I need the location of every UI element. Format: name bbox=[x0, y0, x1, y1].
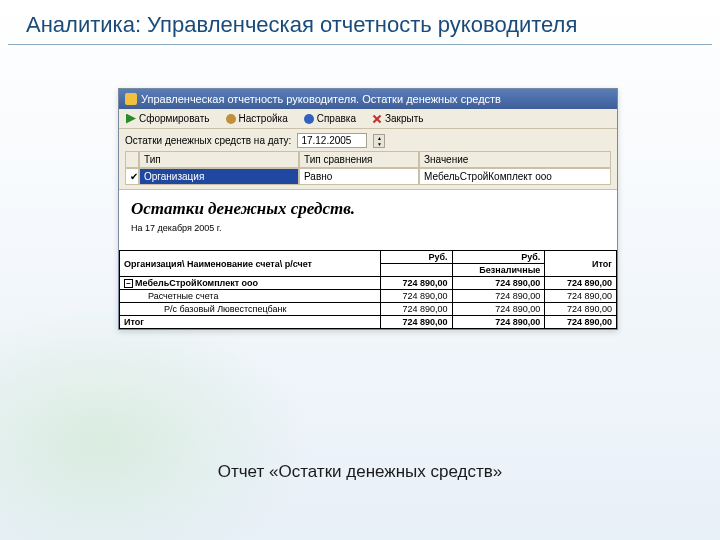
play-icon bbox=[126, 114, 136, 124]
window-title: Управленческая отчетность руководителя. … bbox=[141, 93, 501, 105]
close-icon bbox=[372, 114, 382, 124]
total-c1: 724 890,00 bbox=[381, 316, 453, 329]
filter-value-cell[interactable]: МебельСтройКомплект ооо bbox=[419, 168, 611, 185]
data-table: Организация\ Наименование счета\ р/счет … bbox=[119, 250, 617, 329]
col-c2: Руб. bbox=[452, 251, 545, 264]
filter-compare-cell[interactable]: Равно bbox=[299, 168, 419, 185]
table-row[interactable]: Расчетные счета724 890,00724 890,00724 8… bbox=[120, 290, 617, 303]
filter-type-cell[interactable]: Организация bbox=[139, 168, 299, 185]
close-button[interactable]: Закрыть bbox=[369, 112, 427, 125]
cell-c3: 724 890,00 bbox=[545, 277, 617, 290]
settings-label: Настройка bbox=[239, 113, 288, 124]
run-label: Сформировать bbox=[139, 113, 210, 124]
filter-col-type: Тип bbox=[139, 151, 299, 168]
cell-c2: 724 890,00 bbox=[452, 277, 545, 290]
filter-col-compare: Тип сравнения bbox=[299, 151, 419, 168]
col-c2-sub: Безналичные bbox=[452, 264, 545, 277]
cell-c1: 724 890,00 bbox=[381, 277, 453, 290]
date-label: Остатки денежных средств на дату: bbox=[125, 135, 291, 146]
run-button[interactable]: Сформировать bbox=[123, 112, 213, 125]
row-label: Расчетные счета bbox=[120, 290, 381, 303]
table-row[interactable]: Р/с базовый Лювестспецбанк724 890,00724 … bbox=[120, 303, 617, 316]
help-button[interactable]: Справка bbox=[301, 112, 359, 125]
total-c2: 724 890,00 bbox=[452, 316, 545, 329]
window-titlebar: Управленческая отчетность руководителя. … bbox=[119, 89, 617, 109]
total-label: Итог bbox=[120, 316, 381, 329]
report-area: Остатки денежных средств. На 17 декабря … bbox=[119, 190, 617, 250]
col-c3: Итог bbox=[545, 251, 617, 277]
slide-title: Аналитика: Управленческая отчетность рук… bbox=[8, 0, 712, 45]
cell-c1: 724 890,00 bbox=[381, 303, 453, 316]
filter-header: Тип Тип сравнения Значение bbox=[125, 151, 611, 168]
app-icon bbox=[125, 93, 137, 105]
date-spinner[interactable]: ▲▼ bbox=[373, 134, 385, 148]
filter-checkbox[interactable]: ✔ bbox=[125, 168, 139, 185]
col-c1: Руб. bbox=[381, 251, 453, 264]
help-label: Справка bbox=[317, 113, 356, 124]
gear-icon bbox=[226, 114, 236, 124]
col-main: Организация\ Наименование счета\ р/счет bbox=[120, 251, 381, 277]
cell-c1: 724 890,00 bbox=[381, 290, 453, 303]
tree-toggle-icon[interactable]: − bbox=[124, 279, 133, 288]
total-c3: 724 890,00 bbox=[545, 316, 617, 329]
cell-c2: 724 890,00 bbox=[452, 303, 545, 316]
row-label: Р/с базовый Лювестспецбанк bbox=[120, 303, 381, 316]
report-window: Управленческая отчетность руководителя. … bbox=[118, 88, 618, 330]
filter-col-value: Значение bbox=[419, 151, 611, 168]
toolbar: Сформировать Настройка Справка Закрыть bbox=[119, 109, 617, 129]
report-subtitle: На 17 декабря 2005 г. bbox=[131, 223, 605, 233]
help-icon bbox=[304, 114, 314, 124]
report-title: Остатки денежных средств. bbox=[131, 200, 605, 219]
row-label: −МебельСтройКомплект ооо bbox=[120, 277, 381, 290]
filter-row[interactable]: ✔ Организация Равно МебельСтройКомплект … bbox=[125, 168, 611, 185]
total-row: Итог 724 890,00 724 890,00 724 890,00 bbox=[120, 316, 617, 329]
table-row[interactable]: −МебельСтройКомплект ооо724 890,00724 89… bbox=[120, 277, 617, 290]
params-panel: Остатки денежных средств на дату: 17.12.… bbox=[119, 129, 617, 190]
cell-c3: 724 890,00 bbox=[545, 303, 617, 316]
cell-c2: 724 890,00 bbox=[452, 290, 545, 303]
chevron-down-icon: ▼ bbox=[374, 141, 384, 147]
slide-caption: Отчет «Остатки денежных средств» bbox=[0, 462, 720, 482]
settings-button[interactable]: Настройка bbox=[223, 112, 291, 125]
close-label: Закрыть bbox=[385, 113, 424, 124]
cell-c3: 724 890,00 bbox=[545, 290, 617, 303]
date-input[interactable]: 17.12.2005 bbox=[297, 133, 367, 148]
